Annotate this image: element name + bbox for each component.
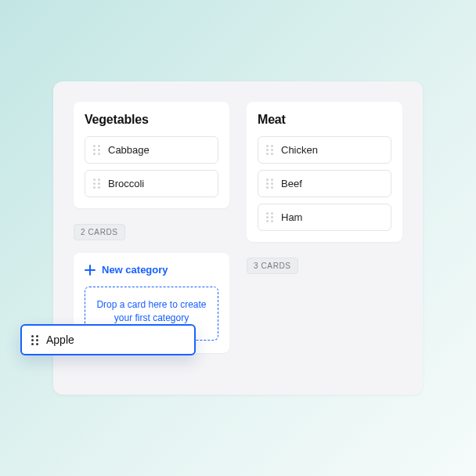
card[interactable]: Beef	[258, 170, 391, 197]
card[interactable]: Broccoli	[85, 170, 218, 197]
category-title: Meat	[258, 113, 391, 127]
card[interactable]: Cabbage	[85, 136, 218, 164]
new-category-button[interactable]: New category	[85, 264, 218, 276]
drag-handle-icon[interactable]	[266, 212, 273, 222]
card[interactable]: Chicken	[258, 136, 391, 164]
drag-handle-icon[interactable]	[93, 145, 100, 155]
dragged-card[interactable]: Apple	[20, 324, 196, 355]
card-count-badge: 3 CARDS	[247, 258, 298, 274]
card-label: Apple	[46, 334, 74, 346]
card-label: Cabbage	[108, 144, 150, 156]
column-meat: Meat Chicken Beef H	[247, 102, 402, 274]
card[interactable]: Ham	[258, 204, 391, 231]
canvas: Vegetables Cabbage Broccoli 2 CARDS	[53, 81, 423, 395]
drag-handle-icon[interactable]	[266, 178, 273, 189]
drag-handle-icon[interactable]	[266, 145, 273, 155]
card-label: Broccoli	[108, 178, 144, 189]
column-vegetables: Vegetables Cabbage Broccoli 2 CARDS	[74, 102, 229, 353]
drag-handle-icon[interactable]	[93, 178, 100, 189]
category-title: Vegetables	[85, 113, 218, 127]
plus-icon	[85, 265, 96, 276]
category-meat: Meat Chicken Beef H	[247, 102, 402, 242]
drag-handle-icon[interactable]	[31, 335, 38, 345]
card-label: Chicken	[281, 144, 318, 156]
category-vegetables: Vegetables Cabbage Broccoli	[74, 102, 229, 208]
new-category-label: New category	[102, 264, 168, 276]
card-label: Ham	[281, 211, 302, 223]
card-label: Beef	[281, 178, 302, 189]
card-count-badge: 2 CARDS	[74, 224, 125, 240]
